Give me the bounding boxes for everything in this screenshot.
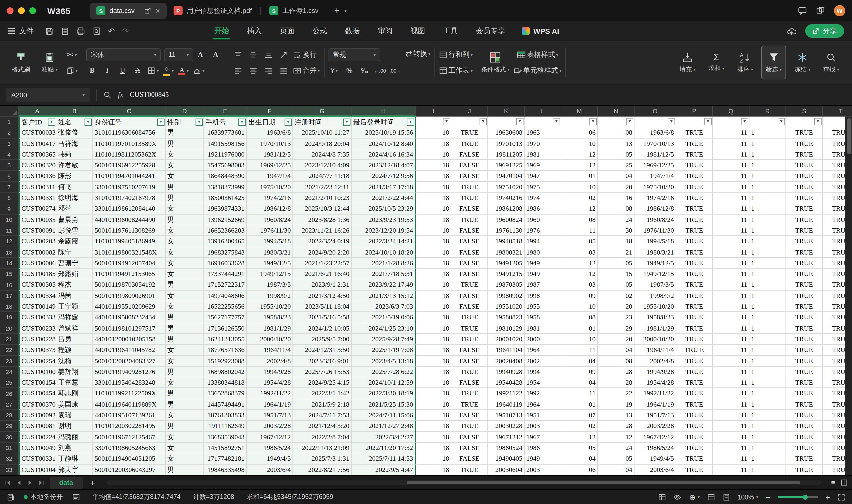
cell-A10[interactable]: CUST00035 [19, 214, 56, 225]
cell-Q21[interactable]: 11 [713, 334, 749, 345]
cell-P27[interactable]: TRUE [676, 399, 713, 410]
cell-M11[interactable]: 11 [561, 225, 598, 236]
column-header-I[interactable]: I [416, 106, 451, 116]
cell-O15[interactable]: 1949/12/15 [634, 269, 676, 280]
row-header-30[interactable]: 30 [0, 432, 19, 443]
cell-E28[interactable]: 18761303833 [204, 410, 247, 421]
cell-D4[interactable]: 女 [166, 149, 204, 160]
cell-E8[interactable]: 18500361425 [204, 193, 247, 203]
column-header-O[interactable]: O [634, 106, 676, 116]
normal-view-icon[interactable] [707, 493, 715, 501]
cell-I17[interactable]: 18 [416, 291, 451, 302]
user-avatar[interactable]: W [834, 5, 845, 16]
cell-N17[interactable]: 02 [598, 291, 634, 302]
cell-Q26[interactable]: 11 [713, 388, 749, 399]
cell-C28[interactable]: 440101195107139261 [93, 410, 166, 421]
cell-K33[interactable]: 20030604 [488, 464, 525, 475]
row-header-22[interactable]: 22 [0, 345, 19, 356]
cell-I20[interactable]: 18 [416, 323, 451, 334]
cell-G9[interactable]: 2025/10/3 12:44 [293, 203, 352, 215]
cell-A22[interactable]: CUST00373 [19, 345, 56, 356]
cell-L20[interactable]: 1981 [525, 323, 561, 334]
cell-A23[interactable]: CUST00254 [19, 356, 56, 366]
fill-button[interactable]: 填充▾ [675, 46, 700, 79]
cell-I29[interactable]: 18 [416, 421, 451, 432]
cell-N8[interactable]: 16 [598, 193, 634, 203]
cell-Q24[interactable]: 11 [713, 366, 749, 378]
cell-A8[interactable]: CUST00331 [19, 193, 56, 203]
cell-A26[interactable]: CUST00454 [19, 388, 56, 399]
cell-J12[interactable]: FALSE [451, 236, 488, 247]
cell-D24[interactable]: 男 [166, 366, 204, 378]
cell-E29[interactable]: 19111162649 [204, 421, 247, 432]
cell-E2[interactable]: 16339773681 [204, 128, 247, 139]
cell-A2[interactable]: CUST00033 [19, 128, 56, 139]
cell-R25[interactable]: 1 [749, 377, 786, 388]
cell-K31[interactable]: 19860524 [488, 443, 525, 454]
cell-Q6[interactable]: 11 [713, 171, 749, 182]
cell-A21[interactable]: CUST00228 [19, 334, 56, 345]
cell-P21[interactable]: TRUE [676, 334, 713, 345]
cell-J21[interactable]: TRUE [451, 334, 488, 345]
row-header-11[interactable]: 11 [0, 225, 19, 236]
cell-S30[interactable]: TRUE [786, 432, 823, 443]
cell-S33[interactable]: TRUE [786, 464, 823, 475]
cell-P26[interactable]: TRUE [676, 388, 713, 399]
cell-B1[interactable]: 姓名▼ [56, 116, 93, 128]
filter-dropdown-N[interactable]: ▼ [626, 118, 633, 125]
cell-P6[interactable]: TRUE [676, 171, 713, 182]
cell-D18[interactable]: 女 [166, 301, 204, 312]
column-header-B[interactable]: B [56, 106, 93, 116]
cell-G32[interactable]: 2025/7/3 1:31 [293, 453, 352, 464]
cell-M10[interactable]: 08 [561, 214, 598, 225]
cell-B25[interactable]: 王蕾慧 [56, 377, 93, 388]
cell-D9[interactable]: 女 [166, 203, 204, 215]
cell-E6[interactable]: 18648448390 [204, 171, 247, 182]
cell-N10[interactable]: 24 [598, 214, 634, 225]
cell-A6[interactable]: CUST00136 [19, 171, 56, 182]
cell-O28[interactable]: 1951/7/13 [634, 410, 676, 421]
cell-N13[interactable]: 21 [598, 247, 634, 258]
cell-K9[interactable]: 19861208 [488, 203, 525, 215]
filter-dropdown-E[interactable]: ▼ [238, 118, 246, 126]
increase-decimal-button[interactable]: ←.00 [374, 65, 386, 77]
cell-A12[interactable]: CUST00203 [19, 236, 56, 247]
cell-A13[interactable]: CUST00002 [19, 247, 56, 258]
cell-S13[interactable]: TRUE [786, 247, 823, 258]
cell-K26[interactable]: 19921122 [488, 388, 525, 399]
cell-N32[interactable]: 05 [598, 453, 634, 464]
cell-N1[interactable]: ▼ [598, 116, 634, 128]
cell-N22[interactable]: 04 [598, 345, 634, 356]
cell-D2[interactable]: 男 [166, 128, 204, 139]
filter-dropdown-G[interactable]: ▼ [343, 118, 350, 126]
cell-R12[interactable]: 1 [749, 236, 786, 247]
cell-D12[interactable]: 女 [166, 236, 204, 247]
cell-Q16[interactable]: 11 [713, 280, 749, 291]
document-tab-0[interactable]: Sdata.csv× [90, 2, 167, 19]
cell-C26[interactable]: 11010119921122509X [93, 388, 166, 399]
cell-E15[interactable]: 17337444291 [204, 269, 247, 280]
cell-A27[interactable]: CUST00370 [19, 399, 56, 410]
cell-A18[interactable]: CUST00149 [19, 301, 56, 312]
cell-B17[interactable]: 冯茜 [56, 291, 93, 302]
cell-Q29[interactable]: 11 [713, 421, 749, 432]
cell-C7[interactable]: 330101197510207619 [93, 182, 166, 193]
cell-O4[interactable]: 1981/12/5 [634, 149, 676, 160]
cell-D11[interactable]: 女 [166, 225, 204, 236]
cell-N28[interactable]: 13 [598, 410, 634, 421]
cell-D33[interactable]: 男 [166, 464, 204, 475]
cell-E9[interactable]: 19639874331 [204, 203, 247, 215]
column-header-M[interactable]: M [561, 106, 598, 116]
cell-G17[interactable]: 2021/3/12 4:50 [293, 291, 352, 302]
cell-K10[interactable]: 19600824 [488, 214, 525, 225]
align-right-button[interactable] [263, 64, 274, 77]
cell-M27[interactable]: 01 [561, 399, 598, 410]
cell-H1[interactable]: 最后登录时间▼ [352, 116, 416, 128]
close-tab-icon[interactable]: × [156, 7, 160, 15]
cell-G25[interactable]: 2024/9/25 4:15 [293, 377, 352, 388]
cell-M24[interactable]: 09 [561, 366, 598, 378]
filter-dropdown-R[interactable]: ▼ [778, 118, 785, 125]
cell-Q22[interactable]: 11 [713, 345, 749, 356]
cell-M31[interactable]: 05 [561, 443, 598, 454]
vertical-scrollbar-thumb[interactable] [847, 118, 851, 154]
